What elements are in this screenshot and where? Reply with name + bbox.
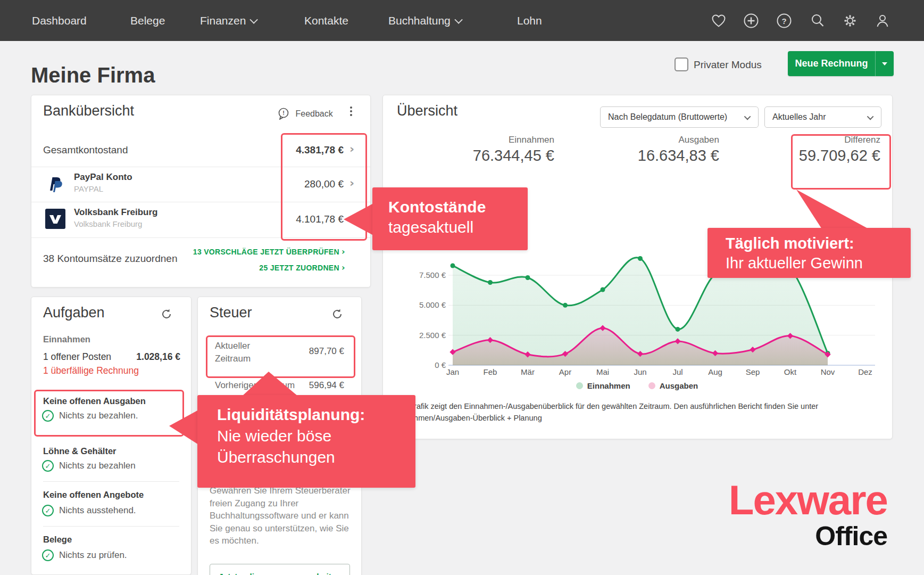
svg-text:5.000 €: 5.000 € bbox=[419, 300, 446, 309]
svg-text:Mär: Mär bbox=[521, 367, 535, 376]
chevron-down-icon bbox=[744, 113, 751, 120]
settings-icon[interactable] bbox=[842, 12, 859, 29]
chevron-down-icon bbox=[250, 15, 259, 24]
chevron-right-icon[interactable]: › bbox=[349, 142, 354, 155]
lexware-office-logo: Lexware Office bbox=[729, 479, 887, 549]
task-group-title: Löhne & Gehälter bbox=[43, 446, 116, 456]
chart-footnote: Die Grafik zeigt den Einnahmen-/Ausgaben… bbox=[394, 400, 818, 424]
svg-text:Jun: Jun bbox=[634, 367, 646, 376]
account-name: Volksbank Freiburg bbox=[74, 207, 157, 218]
unassigned-transactions-label: 38 Kontoumsätze zuzuordnen bbox=[43, 253, 177, 265]
account-balance: 280,00 € bbox=[239, 178, 344, 190]
button-label: Jetzt online zusammenarbeiten bbox=[219, 572, 341, 575]
help-icon[interactable]: ? bbox=[776, 12, 793, 29]
total-balance-value: 4.381,78 € bbox=[239, 144, 344, 156]
caret-down-icon bbox=[882, 62, 887, 65]
link-label: 13 VORSCHLÄGE JETZT ÜBERPRÜFEN bbox=[193, 248, 339, 256]
tax-card-title: Steuer bbox=[210, 305, 252, 321]
callout-line: Nie wieder böse bbox=[217, 425, 415, 447]
top-nav: Dashboard Belege Finanzen Kontakte Buchh… bbox=[0, 0, 924, 41]
user-icon[interactable] bbox=[874, 12, 891, 29]
task-status-row: ✓Nichts ausstehend. bbox=[42, 505, 136, 516]
new-invoice-button[interactable]: Neue Rechnung bbox=[788, 51, 894, 76]
chevron-down-icon bbox=[454, 15, 463, 24]
svg-text:Dez: Dez bbox=[858, 367, 872, 376]
current-period-value: 897,70 € bbox=[280, 346, 344, 357]
logo-office: Office bbox=[729, 523, 887, 549]
legend-label: Ausgaben bbox=[660, 381, 698, 390]
refresh-icon[interactable] bbox=[160, 308, 173, 323]
logo-lexware: Lexware bbox=[729, 479, 887, 521]
callout-liquidity: Liquiditätsplanung: Nie wieder böse Über… bbox=[197, 395, 415, 488]
task-group-title: Keine offenen Ausgaben bbox=[43, 396, 146, 406]
account-row-volksbank[interactable]: Volksbank Freiburg Volksbank Freiburg 4.… bbox=[31, 202, 370, 237]
stat-value-ausgaben: 16.634,83 € bbox=[613, 147, 719, 165]
callout-line: Täglich motiviert: bbox=[726, 234, 911, 253]
previous-period-value: 596,94 € bbox=[280, 380, 344, 391]
check-icon: ✓ bbox=[42, 549, 54, 561]
chevron-right-icon: › bbox=[342, 247, 345, 257]
svg-text:0 €: 0 € bbox=[435, 360, 446, 369]
nav-buchhaltung[interactable]: Buchhaltung bbox=[388, 14, 462, 27]
feedback-label: Feedback bbox=[295, 109, 332, 118]
collaborate-online-button[interactable]: Jetzt online zusammenarbeiten bbox=[210, 564, 350, 575]
feedback-button[interactable]: ! Feedback bbox=[277, 107, 333, 120]
account-subtitle: PAYPAL bbox=[74, 184, 103, 193]
review-suggestions-link[interactable]: 13 VORSCHLÄGE JETZT ÜBERPRÜFEN › bbox=[164, 247, 345, 257]
tasks-card-title: Aufgaben bbox=[43, 305, 105, 321]
svg-text:7.500 €: 7.500 € bbox=[419, 270, 446, 280]
refresh-icon[interactable] bbox=[331, 308, 344, 323]
chevron-down-icon bbox=[867, 113, 874, 120]
svg-text:!: ! bbox=[282, 110, 285, 116]
feedback-bubble-icon: ! bbox=[277, 107, 290, 120]
svg-text:Aug: Aug bbox=[708, 367, 722, 376]
chevron-right-icon: › bbox=[349, 176, 354, 190]
account-balance: 4.101,78 € bbox=[239, 213, 344, 225]
paypal-logo bbox=[45, 174, 65, 194]
svg-text:Mai: Mai bbox=[596, 367, 609, 376]
check-icon: ✓ bbox=[42, 410, 54, 422]
nav-label: Lohn bbox=[517, 14, 542, 27]
bank-overview-card: Bankübersicht ! Feedback Gesamtkontostan… bbox=[31, 95, 371, 288]
svg-text:Apr: Apr bbox=[559, 367, 571, 376]
svg-text:Nov: Nov bbox=[821, 367, 835, 376]
heart-icon[interactable] bbox=[710, 12, 727, 29]
plus-circle-icon[interactable] bbox=[743, 12, 760, 29]
legend-einnahmen: Einnahmen bbox=[576, 381, 630, 390]
legend-dot-pink bbox=[648, 382, 655, 389]
callout-line: Liquiditätsplanung: bbox=[217, 404, 415, 425]
callout-line: tagesaktuell bbox=[388, 217, 528, 237]
nav-lohn[interactable]: Lohn bbox=[517, 14, 542, 27]
account-name: PayPal Konto bbox=[74, 172, 132, 183]
legend-label: Einnahmen bbox=[587, 381, 630, 390]
overdue-invoice-label[interactable]: 1 überfällige Rechnung bbox=[43, 365, 139, 376]
total-balance-label: Gesamtkontostand bbox=[43, 144, 128, 156]
task-status: Nichts zu bezahlen. bbox=[59, 410, 138, 421]
callout-bank-balances: Kontostände tagesaktuell bbox=[372, 187, 528, 250]
svg-text:Sep: Sep bbox=[746, 367, 760, 376]
current-period-label-1: Aktueller bbox=[215, 341, 250, 351]
nav-dashboard[interactable]: Dashboard bbox=[32, 14, 87, 27]
assign-now-link[interactable]: 25 JETZT ZUORDNEN › bbox=[164, 262, 345, 273]
account-row-paypal[interactable]: PayPal Konto PAYPAL 280,00 € › bbox=[31, 167, 370, 202]
task-status-row: ✓Nichts zu prüfen. bbox=[42, 549, 127, 561]
stat-value-einnahmen: 76.344,45 € bbox=[448, 147, 554, 165]
nav-belege[interactable]: Belege bbox=[130, 14, 165, 27]
dropdown-value: Nach Belegdatum (Bruttowerte) bbox=[608, 112, 727, 122]
volksbank-logo bbox=[45, 209, 65, 229]
chart-legend: Einnahmen Ausgaben bbox=[382, 381, 892, 390]
search-icon[interactable] bbox=[809, 12, 826, 29]
callout-line: Kontostände bbox=[388, 197, 528, 217]
new-invoice-dropdown[interactable] bbox=[875, 51, 894, 76]
filter-mode-dropdown[interactable]: Nach Belegdatum (Bruttowerte) bbox=[600, 106, 759, 128]
income-section-header: Einnahmen bbox=[43, 334, 90, 344]
check-icon: ✓ bbox=[42, 505, 54, 516]
filter-period-dropdown[interactable]: Aktuelles Jahr bbox=[764, 106, 881, 128]
svg-text:?: ? bbox=[781, 17, 786, 26]
kebab-menu-icon[interactable] bbox=[349, 105, 353, 118]
task-status: Nichts zu bezahlen bbox=[59, 461, 136, 471]
nav-finanzen[interactable]: Finanzen bbox=[200, 14, 257, 27]
nav-kontakte[interactable]: Kontakte bbox=[304, 14, 348, 27]
page-title: Meine Firma bbox=[31, 63, 155, 87]
private-mode-checkbox[interactable] bbox=[675, 58, 688, 71]
